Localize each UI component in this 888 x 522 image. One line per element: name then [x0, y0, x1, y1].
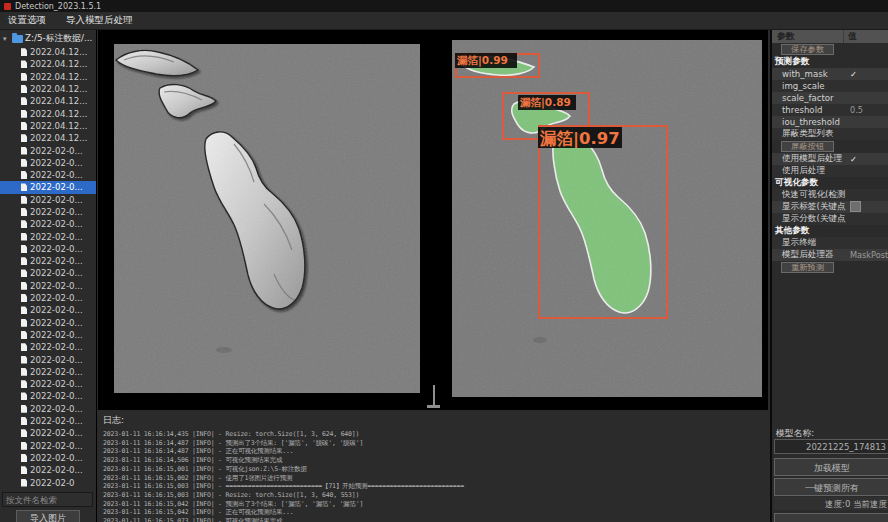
menu-bar: 设置选项导入模型后处理 [0, 12, 888, 30]
search-input[interactable] [2, 492, 93, 507]
tree-item-label: 2022-02-0 [30, 478, 74, 488]
param-button[interactable]: 重新预测 [781, 262, 834, 273]
menu-item-0[interactable]: 设置选项 [8, 14, 46, 27]
file-icon [21, 257, 27, 265]
model-name-field[interactable]: 20221225_174813 [774, 439, 888, 454]
tree-item[interactable]: 2022-02-0... [0, 366, 97, 378]
tree-item[interactable]: 2022.04.12... [0, 120, 97, 132]
params-section-header: 可视化参数 [772, 177, 888, 189]
param-row: 快速可视化(检测) [772, 189, 888, 201]
tree-item[interactable]: 2022-02-0... [0, 230, 97, 242]
checkbox[interactable] [850, 201, 861, 212]
tree-item[interactable]: 2022-02-0... [0, 267, 97, 279]
param-value[interactable]: MaskPostPro [846, 250, 888, 260]
tree-item-label: 2022.04.12... [30, 59, 87, 69]
tree-item-label: 2022-02-0... [30, 232, 83, 242]
tree-item[interactable]: 2022-02-0... [0, 218, 97, 230]
file-icon [21, 405, 27, 413]
tree-item[interactable]: 2022-02-0... [0, 329, 97, 341]
tree-item[interactable]: 2022-02-0... [0, 415, 97, 427]
file-icon [21, 356, 27, 364]
log-line: 2023-01-11 16:16:15,042 |INFO| - 正在可视化预测… [103, 508, 770, 517]
tree-item[interactable]: 2022-02-0... [0, 390, 97, 402]
log-title: 日志: [103, 414, 770, 427]
file-icon [21, 97, 27, 105]
speed-status: 速度:0 当前速度 [774, 497, 888, 510]
param-row: 显示分数(关键点) [772, 213, 888, 225]
tree-item-label: 2022.04.12... [30, 133, 87, 143]
chevron-down-icon[interactable]: ▾ [3, 35, 10, 43]
tree-item[interactable]: 2022.04.12... [0, 58, 97, 70]
tree-item[interactable]: 2022-02-0... [0, 317, 97, 329]
tree-item[interactable]: 2022-02-0... [0, 378, 97, 390]
param-value[interactable]: ✓ [846, 154, 888, 164]
tree-item-label: 2022.04.12... [30, 121, 87, 131]
tree-item[interactable]: 2022-02-0... [0, 440, 97, 452]
param-row: 屏蔽类型列表 [772, 128, 888, 140]
import-image-button[interactable]: 导入图片 [16, 510, 80, 522]
param-button[interactable]: 屏蔽按钮 [781, 141, 834, 152]
detection-label: 漏箔|0.99 [455, 53, 517, 68]
tree-item[interactable]: 2022.04.12... [0, 95, 97, 107]
postprocess-settings-button[interactable]: 后处理参数设置 [774, 513, 888, 522]
tree-root-folder[interactable]: ▾ Z:/5-标注数据/... [0, 32, 97, 46]
tree-item[interactable]: 2022-02-0... [0, 464, 97, 476]
param-label: iou_threshold [772, 117, 846, 127]
tree-item[interactable]: 2022-02-0... [0, 169, 97, 181]
tree-item-label: 2022-02-0... [30, 293, 83, 303]
predict-all-button[interactable]: 一键预测所有 [774, 478, 888, 496]
params-rows: 保存参数预测参数with_mask✓img_scalescale_factort… [772, 43, 888, 274]
tree-item[interactable]: 2022-02-0... [0, 206, 97, 218]
param-row: scale_factor [772, 92, 888, 104]
param-label: threshold [772, 105, 846, 115]
tree-root-label: Z:/5-标注数据/... [25, 33, 92, 45]
load-model-button[interactable]: 加载模型 [774, 458, 888, 476]
file-icon [21, 466, 27, 474]
log-panel: 日志: 2023-01-11 16:16:14,435 |INFO| - Res… [98, 410, 770, 522]
log-line: 2023-01-11 16:16:14,506 |INFO| - 可视化预测结果… [103, 456, 770, 465]
tree-item[interactable]: 2022.04.12... [0, 83, 97, 95]
tree-item[interactable]: 2022.04.12... [0, 71, 97, 83]
tree-item[interactable]: 2022-02-0... [0, 353, 97, 365]
tree-item[interactable]: 2022-02-0... [0, 452, 97, 464]
tree-item-label: 2022-02-0... [30, 428, 83, 438]
tree-item[interactable]: 2022-02-0... [0, 181, 97, 193]
tree-item[interactable]: 2022-02-0... [0, 157, 97, 169]
tree-item-label: 2022-02-0... [30, 146, 83, 156]
tree-item[interactable]: 2022-02-0... [0, 255, 97, 267]
tree-item-label: 2022-02-0... [30, 207, 83, 217]
file-icon [21, 171, 27, 179]
param-value[interactable]: ✓ [846, 69, 888, 79]
panel-splitter-foot[interactable] [427, 405, 440, 408]
tree-item-label: 2022-02-0... [30, 342, 83, 352]
tree-item[interactable]: 2022-02-0... [0, 341, 97, 353]
params-button-row: 重新预测 [772, 261, 888, 274]
tree-item-label: 2022-02-0... [30, 268, 83, 278]
menu-item-1[interactable]: 导入模型后处理 [66, 14, 133, 27]
file-icon [21, 196, 27, 204]
tree-item[interactable]: 2022-02-0 [0, 476, 97, 488]
file-icon [21, 479, 27, 487]
tree-item[interactable]: 2022.04.12... [0, 132, 97, 144]
file-icon [21, 331, 27, 339]
file-icon [21, 159, 27, 167]
file-icon [21, 48, 27, 56]
panel-splitter-handle[interactable] [433, 385, 435, 407]
tree-item-label: 2022.04.12... [30, 47, 87, 57]
tree-item[interactable]: 2022-02-0... [0, 403, 97, 415]
tree-item-label: 2022-02-0... [30, 465, 83, 475]
tree-item[interactable]: 2022.04.12... [0, 46, 97, 58]
tree-item[interactable]: 2022-02-0... [0, 243, 97, 255]
tree-item-label: 2022.04.12... [30, 84, 87, 94]
tree-item[interactable]: 2022-02-0... [0, 280, 97, 292]
tree-item[interactable]: 2022-02-0... [0, 144, 97, 156]
param-button[interactable]: 保存参数 [781, 44, 834, 55]
tree-item[interactable]: 2022-02-0... [0, 194, 97, 206]
tree-item[interactable]: 2022-02-0... [0, 292, 97, 304]
param-value[interactable] [846, 201, 888, 213]
tree-item-label: 2022-02-0... [30, 453, 83, 463]
tree-item[interactable]: 2022.04.12... [0, 107, 97, 119]
tree-item[interactable]: 2022-02-0... [0, 304, 97, 316]
tree-item[interactable]: 2022-02-0... [0, 427, 97, 439]
param-value[interactable]: 0.5 [846, 105, 888, 115]
